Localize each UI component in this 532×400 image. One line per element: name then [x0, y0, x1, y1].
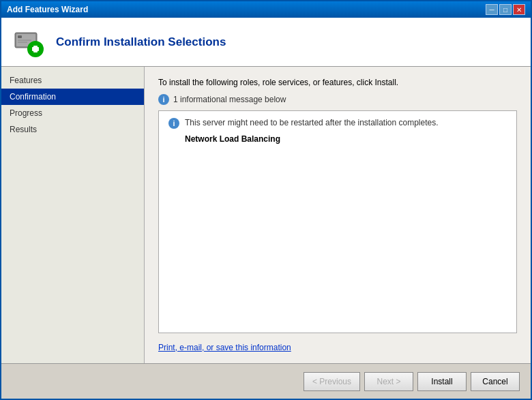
svg-rect-4 — [18, 42, 27, 43]
wizard-body: Features Confirmation Progress Results T… — [1, 67, 531, 363]
window-title: Add Features Wizard — [7, 5, 88, 14]
wizard-window: Add Features Wizard ─ □ ✕ — [0, 0, 532, 400]
next-button[interactable]: Next > — [364, 372, 413, 391]
title-bar-controls: ─ □ ✕ — [486, 4, 525, 15]
title-bar-left: Add Features Wizard — [7, 5, 88, 14]
detail-info-icon: i — [168, 118, 179, 129]
title-bar: Add Features Wizard ─ □ ✕ — [1, 1, 531, 18]
info-banner: i 1 informational message below — [158, 94, 517, 105]
cancel-button[interactable]: Cancel — [471, 372, 520, 391]
minimize-button[interactable]: ─ — [486, 4, 498, 15]
wizard-header: Confirm Installation Selections — [1, 18, 531, 67]
detail-info-text: This server might need to be restarted a… — [185, 118, 439, 127]
sidebar: Features Confirmation Progress Results — [1, 67, 145, 363]
maximize-button[interactable]: □ — [499, 4, 512, 15]
save-link[interactable]: Print, e-mail, or save this information — [158, 343, 517, 352]
sidebar-item-confirmation[interactable]: Confirmation — [1, 89, 144, 105]
svg-rect-2 — [18, 35, 22, 38]
detail-info-row: i This server might need to be restarted… — [168, 118, 507, 129]
svg-rect-3 — [18, 40, 31, 41]
wizard-header-title: Confirm Installation Selections — [56, 35, 226, 49]
info-banner-text: 1 informational message below — [173, 95, 286, 104]
install-button[interactable]: Install — [417, 372, 467, 391]
sidebar-item-results[interactable]: Results — [1, 121, 144, 138]
close-button[interactable]: ✕ — [513, 4, 525, 15]
feature-name: Network Load Balancing — [168, 134, 507, 144]
svg-rect-7 — [32, 47, 39, 51]
instruction-text: To install the following roles, role ser… — [158, 78, 517, 87]
sidebar-item-progress[interactable]: Progress — [1, 105, 144, 121]
detail-box: i This server might need to be restarted… — [158, 110, 517, 333]
footer: < Previous Next > Install Cancel — [1, 363, 531, 399]
wizard-icon — [12, 26, 45, 59]
sidebar-item-features[interactable]: Features — [1, 72, 144, 89]
info-icon: i — [158, 94, 169, 105]
previous-button[interactable]: < Previous — [304, 372, 360, 391]
main-content: To install the following roles, role ser… — [145, 67, 531, 363]
